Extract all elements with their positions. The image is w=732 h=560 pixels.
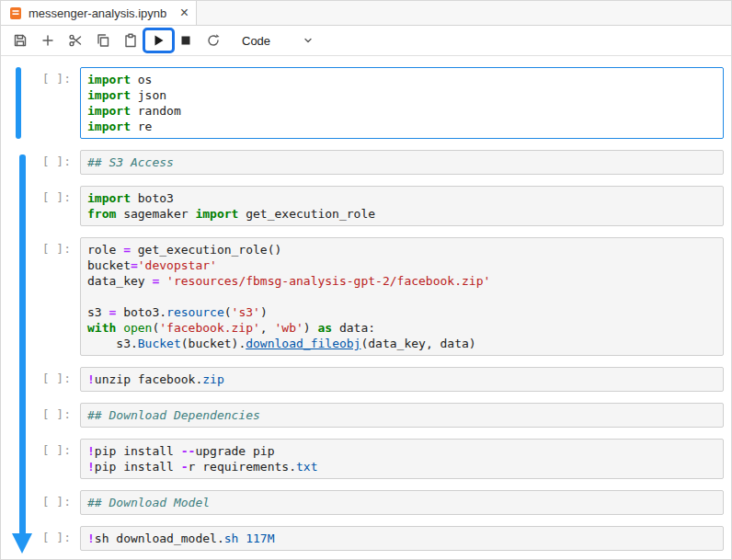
chevron-down-icon <box>303 35 314 46</box>
notebook-cell: [ ]:role = get_execution_role()bucket='d… <box>16 237 724 356</box>
run-button[interactable] <box>144 29 172 53</box>
cell-collapser[interactable] <box>16 490 21 515</box>
cell-editor[interactable]: !pip install --upgrade pip!pip install -… <box>80 439 724 479</box>
tab-title: messenger-analysis.ipynb <box>29 6 166 20</box>
add-cell-button[interactable] <box>34 29 62 53</box>
cell-prompt: [ ]: <box>29 403 80 428</box>
code-line: ## S3 Access <box>87 154 716 170</box>
notebook: [ ]:import osimport jsonimport randomimp… <box>1 56 731 551</box>
save-icon <box>13 33 28 48</box>
cell-prompt: [ ]: <box>29 367 80 392</box>
cell-editor[interactable]: ## S3 Access <box>80 150 724 175</box>
paste-cells-button[interactable] <box>117 29 144 53</box>
code-line: from sagemaker import get_execution_role <box>87 206 716 222</box>
code-line: with open('facebook.zip', 'wb') as data: <box>87 320 716 336</box>
cell-editor[interactable]: ## Download Model <box>80 490 724 515</box>
cell-prompt: [ ]: <box>29 490 80 515</box>
code-line: ## Download Model <box>87 495 716 510</box>
cell-collapser[interactable] <box>16 67 21 139</box>
code-line: s3.Bucket(bucket).download_fileobj(data_… <box>87 336 716 351</box>
notebook-cell: [ ]:!pip install --upgrade pip!pip insta… <box>16 439 724 479</box>
notebook-cell: [ ]:import osimport jsonimport randomimp… <box>16 67 724 139</box>
scissors-icon <box>68 33 83 48</box>
notebook-toolbar: Code <box>1 26 731 56</box>
tab-bar: messenger-analysis.ipynb × <box>1 1 731 26</box>
notebook-cell: [ ]:!sh download_model.sh 117M <box>16 526 724 551</box>
notebook-cell: [ ]:## S3 Access <box>16 150 724 175</box>
run-icon <box>151 33 166 48</box>
code-line <box>87 289 716 304</box>
code-line: import re <box>87 119 716 134</box>
restart-icon <box>206 33 221 48</box>
tab-close-icon[interactable]: × <box>180 6 189 20</box>
notebook-cell: [ ]:import boto3from sagemaker import ge… <box>16 186 724 226</box>
code-line: import random <box>87 103 716 119</box>
notebook-file-icon <box>9 6 22 20</box>
code-line: role = get_execution_role() <box>87 242 716 257</box>
cell-collapser[interactable] <box>16 367 21 392</box>
code-line: import boto3 <box>87 190 716 206</box>
code-line: !pip install -r requirements.txt <box>87 459 716 474</box>
cell-prompt: [ ]: <box>29 186 80 226</box>
cell-collapser[interactable] <box>16 186 21 226</box>
cell-editor[interactable]: ## Download Dependencies <box>80 403 724 428</box>
stop-button[interactable] <box>172 29 200 53</box>
code-line: bucket='devopstar' <box>87 257 716 273</box>
cell-collapser[interactable] <box>16 150 21 175</box>
cell-prompt: [ ]: <box>29 67 80 139</box>
cell-prompt: [ ]: <box>29 439 80 479</box>
copy-icon <box>96 33 110 48</box>
code-line: ## Download Dependencies <box>87 407 716 423</box>
cell-collapser[interactable] <box>16 526 21 551</box>
cell-collapser[interactable] <box>16 439 21 479</box>
notebook-cell: [ ]:## Download Dependencies <box>16 403 724 428</box>
cell-type-value: Code <box>242 34 277 48</box>
stop-icon <box>178 33 193 48</box>
cell-editor[interactable]: !unzip facebook.zip <box>80 367 724 392</box>
code-line: !unzip facebook.zip <box>87 371 716 387</box>
tab-messenger-analysis[interactable]: messenger-analysis.ipynb × <box>1 1 197 25</box>
copy-cells-button[interactable] <box>89 29 117 53</box>
restart-kernel-button[interactable] <box>200 29 227 53</box>
notebook-cell: [ ]:!unzip facebook.zip <box>16 367 724 392</box>
plus-icon <box>40 33 55 48</box>
code-line: s3 = boto3.resource('s3') <box>87 304 716 320</box>
code-line: !pip install --upgrade pip <box>87 443 716 459</box>
save-button[interactable] <box>6 29 34 53</box>
cell-editor[interactable]: role = get_execution_role()bucket='devop… <box>80 237 724 356</box>
cell-editor[interactable]: import osimport jsonimport randomimport … <box>80 67 724 139</box>
code-line: import os <box>87 72 716 87</box>
cell-prompt: [ ]: <box>29 150 80 175</box>
cell-collapser[interactable] <box>16 403 21 428</box>
cell-editor[interactable]: !sh download_model.sh 117M <box>80 526 724 551</box>
clipboard-icon <box>123 33 138 48</box>
cut-cells-button[interactable] <box>62 29 89 53</box>
code-line: data_key = 'resources/fbmsg-analysis-gpt… <box>87 273 716 289</box>
cell-collapser[interactable] <box>16 237 21 356</box>
cell-prompt: [ ]: <box>29 526 80 551</box>
code-line: import json <box>87 87 716 103</box>
cell-prompt: [ ]: <box>29 237 80 356</box>
cell-editor[interactable]: import boto3from sagemaker import get_ex… <box>80 186 724 226</box>
notebook-cell: [ ]:## Download Model <box>16 490 724 515</box>
cell-type-dropdown[interactable]: Code <box>242 34 314 48</box>
code-line: !sh download_model.sh 117M <box>87 531 716 546</box>
